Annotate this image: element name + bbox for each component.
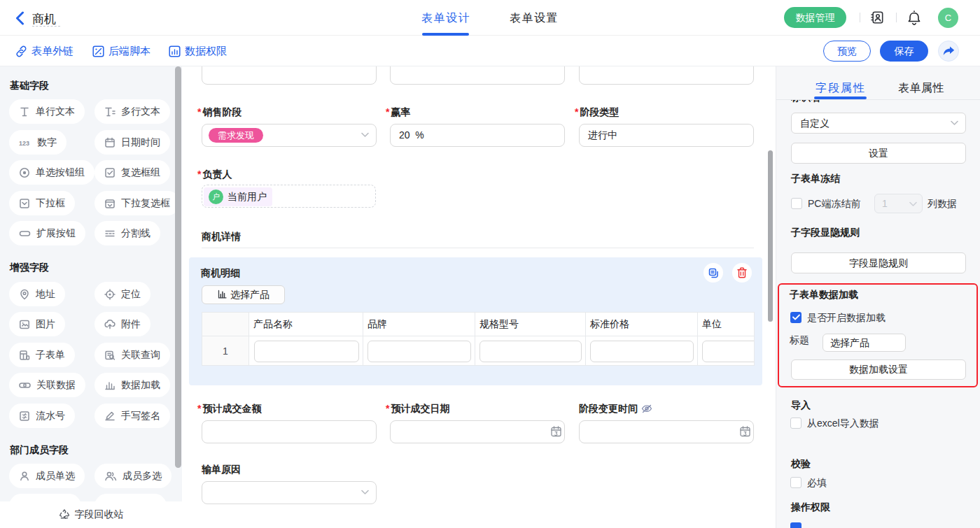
svg-text:123: 123 <box>19 140 29 147</box>
